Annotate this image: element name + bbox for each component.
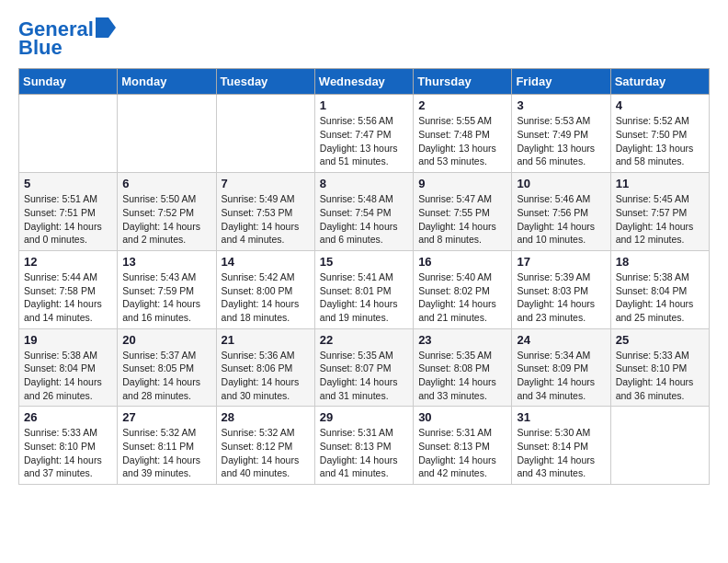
calendar-cell: 22Sunrise: 5:35 AMSunset: 8:07 PMDayligh…: [314, 328, 413, 407]
day-info: Sunrise: 5:46 AMSunset: 7:56 PMDaylight:…: [517, 192, 605, 247]
day-number: 15: [320, 255, 408, 269]
day-number: 25: [616, 333, 704, 347]
day-info: Sunrise: 5:35 AMSunset: 8:08 PMDaylight:…: [418, 349, 506, 403]
day-number: 30: [418, 410, 506, 424]
calendar-cell: 19Sunrise: 5:38 AMSunset: 8:04 PMDayligh…: [19, 328, 118, 407]
calendar-cell: 25Sunrise: 5:33 AMSunset: 8:10 PMDayligh…: [610, 328, 709, 407]
day-info: Sunrise: 5:43 AMSunset: 7:59 PMDaylight:…: [122, 270, 210, 325]
logo-icon: [96, 17, 116, 38]
calendar-cell: 20Sunrise: 5:37 AMSunset: 8:05 PMDayligh…: [118, 328, 216, 407]
day-info: Sunrise: 5:48 AMSunset: 7:54 PMDaylight:…: [320, 192, 408, 247]
day-number: 18: [616, 255, 704, 269]
day-info: Sunrise: 5:41 AMSunset: 8:01 PMDaylight:…: [320, 270, 408, 325]
day-number: 12: [24, 255, 112, 269]
day-info: Sunrise: 5:45 AMSunset: 7:57 PMDaylight:…: [616, 192, 704, 247]
weekday-header-saturday: Saturday: [610, 69, 709, 95]
day-info: Sunrise: 5:39 AMSunset: 8:03 PMDaylight:…: [517, 270, 605, 325]
day-number: 14: [222, 255, 310, 269]
weekday-header-wednesday: Wednesday: [314, 69, 413, 95]
day-info: Sunrise: 5:44 AMSunset: 7:58 PMDaylight:…: [24, 270, 112, 325]
logo-text-blue: Blue: [18, 37, 63, 59]
day-info: Sunrise: 5:33 AMSunset: 8:10 PMDaylight:…: [616, 349, 704, 403]
weekday-header-sunday: Sunday: [19, 69, 118, 95]
day-info: Sunrise: 5:49 AMSunset: 7:53 PMDaylight:…: [222, 192, 310, 247]
weekday-header-thursday: Thursday: [414, 69, 512, 95]
day-number: 31: [517, 410, 605, 424]
day-info: Sunrise: 5:42 AMSunset: 8:00 PMDaylight:…: [222, 270, 310, 325]
weekday-header-monday: Monday: [118, 69, 216, 95]
day-info: Sunrise: 5:40 AMSunset: 8:02 PMDaylight:…: [418, 270, 506, 325]
calendar-cell: 31Sunrise: 5:30 AMSunset: 8:14 PMDayligh…: [512, 407, 610, 485]
day-info: Sunrise: 5:36 AMSunset: 8:06 PMDaylight:…: [222, 349, 310, 403]
calendar-cell: 8Sunrise: 5:48 AMSunset: 7:54 PMDaylight…: [314, 173, 413, 251]
logo: General Blue: [18, 18, 116, 59]
calendar-cell: 11Sunrise: 5:45 AMSunset: 7:57 PMDayligh…: [610, 173, 709, 251]
day-number: 28: [222, 410, 310, 424]
week-row-5: 26Sunrise: 5:33 AMSunset: 8:10 PMDayligh…: [19, 407, 710, 485]
day-info: Sunrise: 5:47 AMSunset: 7:55 PMDaylight:…: [418, 192, 506, 247]
calendar-cell: 6Sunrise: 5:50 AMSunset: 7:52 PMDaylight…: [118, 173, 216, 251]
day-number: 24: [517, 333, 605, 347]
day-number: 2: [418, 98, 506, 112]
calendar-cell: 24Sunrise: 5:34 AMSunset: 8:09 PMDayligh…: [512, 328, 610, 407]
day-info: Sunrise: 5:35 AMSunset: 8:07 PMDaylight:…: [320, 349, 408, 403]
day-number: 29: [320, 410, 408, 424]
week-row-2: 5Sunrise: 5:51 AMSunset: 7:51 PMDaylight…: [19, 173, 710, 251]
day-number: 17: [517, 255, 605, 269]
day-number: 8: [320, 177, 408, 190]
day-number: 16: [418, 255, 506, 269]
calendar-cell: 23Sunrise: 5:35 AMSunset: 8:08 PMDayligh…: [414, 328, 512, 407]
day-info: Sunrise: 5:32 AMSunset: 8:11 PMDaylight:…: [122, 426, 210, 480]
calendar-cell: [118, 95, 216, 173]
calendar-cell: 14Sunrise: 5:42 AMSunset: 8:00 PMDayligh…: [216, 250, 314, 328]
day-number: 1: [320, 98, 408, 112]
day-number: 13: [122, 255, 210, 269]
day-number: 11: [616, 177, 704, 190]
day-info: Sunrise: 5:38 AMSunset: 8:04 PMDaylight:…: [616, 270, 704, 325]
calendar-cell: [19, 95, 118, 173]
week-row-3: 12Sunrise: 5:44 AMSunset: 7:58 PMDayligh…: [19, 250, 710, 328]
calendar-cell: 9Sunrise: 5:47 AMSunset: 7:55 PMDaylight…: [414, 173, 512, 251]
calendar-cell: 1Sunrise: 5:56 AMSunset: 7:47 PMDaylight…: [314, 95, 413, 173]
day-number: 7: [222, 177, 310, 190]
calendar-cell: 27Sunrise: 5:32 AMSunset: 8:11 PMDayligh…: [118, 407, 216, 485]
day-number: 26: [24, 410, 112, 424]
calendar-cell: 28Sunrise: 5:32 AMSunset: 8:12 PMDayligh…: [216, 407, 314, 485]
weekday-header-row: SundayMondayTuesdayWednesdayThursdayFrid…: [19, 69, 710, 95]
day-info: Sunrise: 5:52 AMSunset: 7:50 PMDaylight:…: [616, 114, 704, 168]
day-number: 9: [418, 177, 506, 190]
calendar-cell: 7Sunrise: 5:49 AMSunset: 7:53 PMDaylight…: [216, 173, 314, 251]
day-number: 3: [517, 98, 605, 112]
svg-marker-0: [96, 17, 116, 38]
calendar-cell: 10Sunrise: 5:46 AMSunset: 7:56 PMDayligh…: [512, 173, 610, 251]
day-info: Sunrise: 5:37 AMSunset: 8:05 PMDaylight:…: [122, 349, 210, 403]
day-number: 20: [122, 333, 210, 347]
day-info: Sunrise: 5:30 AMSunset: 8:14 PMDaylight:…: [517, 426, 605, 480]
week-row-1: 1Sunrise: 5:56 AMSunset: 7:47 PMDaylight…: [19, 95, 710, 173]
calendar-cell: 26Sunrise: 5:33 AMSunset: 8:10 PMDayligh…: [19, 407, 118, 485]
day-info: Sunrise: 5:56 AMSunset: 7:47 PMDaylight:…: [320, 114, 408, 168]
calendar-cell: [610, 407, 709, 485]
day-number: 4: [616, 98, 704, 112]
day-number: 6: [122, 177, 210, 190]
day-info: Sunrise: 5:32 AMSunset: 8:12 PMDaylight:…: [222, 426, 310, 480]
weekday-header-tuesday: Tuesday: [216, 69, 314, 95]
day-number: 5: [24, 177, 112, 190]
calendar-cell: 13Sunrise: 5:43 AMSunset: 7:59 PMDayligh…: [118, 250, 216, 328]
calendar-cell: 5Sunrise: 5:51 AMSunset: 7:51 PMDaylight…: [19, 173, 118, 251]
calendar-cell: [216, 95, 314, 173]
calendar-cell: 4Sunrise: 5:52 AMSunset: 7:50 PMDaylight…: [610, 95, 709, 173]
calendar-table: SundayMondayTuesdayWednesdayThursdayFrid…: [18, 68, 710, 485]
day-info: Sunrise: 5:31 AMSunset: 8:13 PMDaylight:…: [320, 426, 408, 480]
day-number: 10: [517, 177, 605, 190]
calendar-cell: 12Sunrise: 5:44 AMSunset: 7:58 PMDayligh…: [19, 250, 118, 328]
page-header: General Blue: [18, 18, 710, 59]
day-number: 23: [418, 333, 506, 347]
calendar-cell: 21Sunrise: 5:36 AMSunset: 8:06 PMDayligh…: [216, 328, 314, 407]
day-info: Sunrise: 5:55 AMSunset: 7:48 PMDaylight:…: [418, 114, 506, 168]
calendar-cell: 30Sunrise: 5:31 AMSunset: 8:13 PMDayligh…: [414, 407, 512, 485]
day-number: 19: [24, 333, 112, 347]
calendar-cell: 16Sunrise: 5:40 AMSunset: 8:02 PMDayligh…: [414, 250, 512, 328]
day-info: Sunrise: 5:51 AMSunset: 7:51 PMDaylight:…: [24, 192, 112, 247]
day-number: 27: [122, 410, 210, 424]
